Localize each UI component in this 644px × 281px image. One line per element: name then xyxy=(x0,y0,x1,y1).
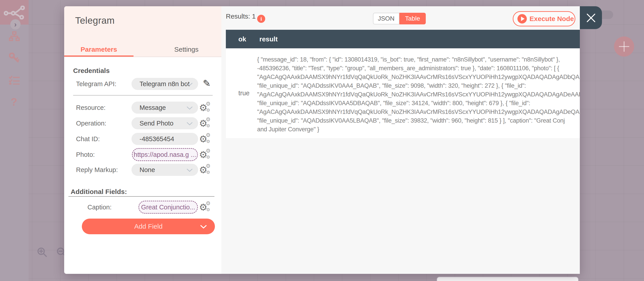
reply-markup-select[interactable]: None xyxy=(132,164,198,176)
node-title: Telegram xyxy=(75,15,115,26)
parameter-label: Operation: xyxy=(76,117,106,130)
result-json-line: "AgACAgQAAxkDAAMSX9hNYr1fdVqQaQkUoRk_NoZ… xyxy=(257,90,580,99)
section-divider xyxy=(73,95,213,96)
cell-result: { "message_id": 18, "from": { "id": 1308… xyxy=(257,55,580,134)
node-details-modal: Telegram Parameters Settings Credentials… xyxy=(64,6,580,274)
credentials-key-icon[interactable] xyxy=(9,53,19,63)
close-icon xyxy=(586,13,596,23)
parameter-label: Caption: xyxy=(88,201,112,214)
tab-parameters[interactable]: Parameters xyxy=(64,43,134,56)
credential-label: Telegram API: xyxy=(76,77,116,90)
table-row: true { "message_id": 18, "from": { "id":… xyxy=(226,48,580,138)
results-count-label: Results: 1 xyxy=(226,13,256,20)
canvas-bottom-panel xyxy=(437,277,578,281)
node-settings-header: Telegram Parameters Settings xyxy=(64,6,222,57)
sidebar: › ? xyxy=(0,0,28,281)
parameter-options-gear-icon[interactable]: ⚙ ⚙ ⚙ xyxy=(199,102,212,114)
parameter-options-gear-icon[interactable]: ⚙ ⚙ ⚙ xyxy=(199,133,212,145)
chevron-down-icon xyxy=(186,106,193,110)
parameter-row-resource: Resource: Message ⚙ ⚙ ⚙ xyxy=(64,101,222,114)
tab-settings[interactable]: Settings xyxy=(152,43,222,56)
executions-list-icon[interactable] xyxy=(9,76,20,85)
result-json-line: "AgACAgQAAxkDAAMSX9hNYr1fdVqQaQkUoRk_NoZ… xyxy=(257,73,580,81)
toggle-json-button[interactable]: JSON xyxy=(373,13,399,24)
result-json-line: { "message_id": 18, "from": { "id": 1308… xyxy=(257,55,580,64)
result-json-line: "file_unique_id": "AQADdssIKV0AA5DBAQAB"… xyxy=(257,99,580,108)
caption-expression-field[interactable]: Great Conjunctio... xyxy=(138,201,198,214)
results-panel: Results: 1 i JSON Table Execute Node ok … xyxy=(222,6,580,274)
toggle-table-button[interactable]: Table xyxy=(399,13,426,24)
chevron-down-icon xyxy=(186,122,193,126)
column-header-result: result xyxy=(260,30,278,48)
credential-select[interactable]: Telegram n8n bot xyxy=(132,78,198,90)
node-settings-panel: Telegram Parameters Settings Credentials… xyxy=(64,6,222,274)
info-icon[interactable]: i xyxy=(257,15,265,23)
active-tab-underline xyxy=(64,56,134,57)
add-field-button[interactable]: Add Field xyxy=(82,219,215,234)
add-node-button[interactable] xyxy=(614,37,634,57)
credentials-heading: Credentials xyxy=(73,67,110,75)
execute-node-button[interactable]: Execute Node xyxy=(513,11,575,27)
output-view-toggle: JSON Table xyxy=(373,13,426,24)
parameter-label: Photo: xyxy=(76,148,95,161)
parameter-label: Reply Markup: xyxy=(76,163,118,176)
parameter-row-photo: Photo: https://apod.nasa.g ... ⚙ ⚙ ⚙ xyxy=(64,148,222,161)
parameter-label: Chat ID: xyxy=(76,132,100,145)
results-table-header: ok result xyxy=(226,30,580,48)
edit-credential-icon[interactable]: ✎ xyxy=(203,78,211,89)
parameter-row-operation: Operation: Send Photo ⚙ ⚙ ⚙ xyxy=(64,117,222,130)
parameter-options-gear-icon[interactable]: ⚙ ⚙ ⚙ xyxy=(199,202,212,214)
chevron-down-icon xyxy=(186,168,193,172)
result-json-line: and Jupiter Converge" } xyxy=(257,125,580,134)
section-divider xyxy=(68,196,214,197)
parameter-row-chat-id: Chat ID: -485365454 ⚙ ⚙ ⚙ xyxy=(64,132,222,145)
additional-fields-heading: Additional Fields: xyxy=(71,188,127,195)
parameter-row-caption: Caption: Great Conjunctio... ⚙ ⚙ ⚙ xyxy=(64,201,222,214)
credential-row: Telegram API: Telegram n8n bot ✎ xyxy=(64,77,222,90)
chat-id-input[interactable]: -485365454 xyxy=(132,133,198,145)
parameter-options-gear-icon[interactable]: ⚙ ⚙ ⚙ xyxy=(199,118,212,130)
close-modal-button[interactable] xyxy=(580,6,602,29)
zoom-in-icon[interactable] xyxy=(37,247,47,257)
parameter-label: Resource: xyxy=(76,101,106,114)
workflows-icon[interactable] xyxy=(9,31,20,41)
result-json-line: "file_unique_id": "AQADdssIKV0AA5LBAQAB"… xyxy=(257,116,580,125)
photo-expression-field[interactable]: https://apod.nasa.g ... xyxy=(132,148,198,161)
parameter-options-gear-icon[interactable]: ⚙ ⚙ ⚙ xyxy=(199,164,212,176)
chevron-down-icon xyxy=(186,83,193,86)
chevron-down-icon xyxy=(200,225,207,229)
cell-ok: true xyxy=(238,48,250,138)
result-json-line: "AgACAgQAAxkDAAMSX9hNYr1fdVqQaQkUoRk_NoZ… xyxy=(257,108,580,116)
result-json-line: "file_unique_id": "AQADdssIKV0AA4_BAQAB"… xyxy=(257,81,580,90)
operation-select[interactable]: Send Photo xyxy=(132,117,198,129)
chevron-right-icon: › xyxy=(14,20,16,29)
column-header-ok: ok xyxy=(238,30,246,48)
result-json-line: -485396236, "title": "Test", "type": "gr… xyxy=(257,64,580,73)
sidebar-collapse-button[interactable]: › xyxy=(10,19,20,30)
n8n-logo-icon xyxy=(4,6,25,20)
parameter-options-gear-icon[interactable]: ⚙ ⚙ ⚙ xyxy=(199,149,212,161)
resource-select[interactable]: Message xyxy=(132,102,198,114)
play-icon xyxy=(518,14,527,24)
parameter-row-reply-markup: Reply Markup: None ⚙ ⚙ ⚙ xyxy=(64,163,222,176)
help-question-icon[interactable]: ? xyxy=(11,96,17,108)
